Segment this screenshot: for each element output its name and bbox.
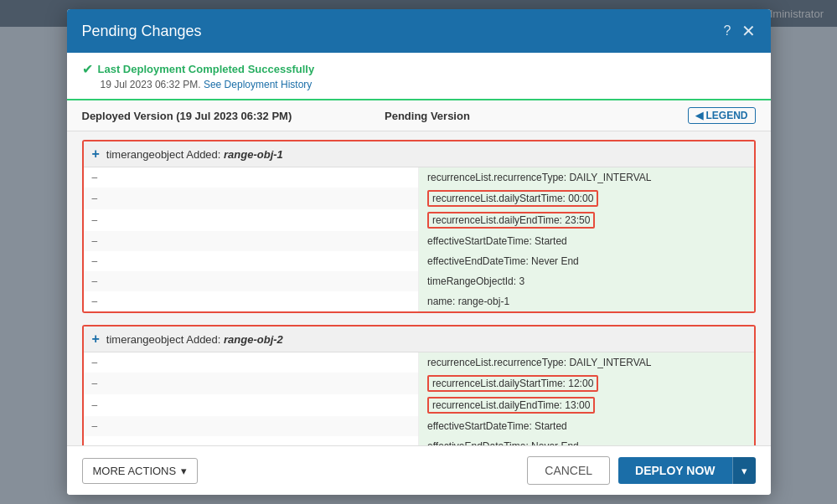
chevron-down-icon: ▾ — [181, 465, 187, 477]
deployment-banner: ✔ Last Deployment Completed Successfully… — [67, 53, 771, 100]
dialog-header-icons: ? ✕ — [724, 21, 756, 41]
success-icon: ✔ — [82, 61, 93, 77]
cell-deployed: – — [84, 231, 420, 251]
highlighted-value: recurrenceList.dailyStartTime: 12:00 — [427, 375, 598, 392]
change-block-1: +timerangeobject Added: range-obj-1–recu… — [82, 140, 756, 313]
dialog-header: Pending Changes ? ✕ — [67, 9, 771, 53]
close-icon[interactable]: ✕ — [741, 21, 756, 41]
highlighted-value: recurrenceList.dailyEndTime: 23:50 — [427, 212, 595, 229]
chevron-left-icon: ◀ — [695, 110, 703, 121]
deployment-success-row: ✔ Last Deployment Completed Successfully — [82, 61, 756, 77]
table-row: –recurrenceList.dailyEndTime: 23:50 — [84, 209, 754, 231]
highlighted-value: recurrenceList.dailyStartTime: 00:00 — [427, 190, 598, 207]
cell-pending: recurrenceList.dailyEndTime: 13:00 — [419, 394, 754, 416]
dialog: Pending Changes ? ✕ ✔ Last Deployment Co… — [67, 9, 771, 495]
deployed-col-header: Deployed Version (19 Jul 2023 06:32 PM) — [82, 110, 385, 122]
plus-icon: + — [92, 332, 100, 347]
dialog-body[interactable]: +timerangeobject Added: range-obj-1–recu… — [67, 131, 771, 445]
highlighted-value: recurrenceList.dailyEndTime: 13:00 — [427, 397, 595, 414]
cell-deployed: – — [84, 291, 420, 311]
cell-deployed: – — [84, 251, 420, 271]
deployment-date: 19 Jul 2023 06:32 PM. — [101, 79, 201, 90]
cell-pending: effectiveStartDateTime: Started — [419, 231, 754, 251]
table-row: –effectiveStartDateTime: Started — [84, 416, 754, 436]
help-icon[interactable]: ? — [724, 23, 731, 39]
dialog-footer: MORE ACTIONS ▾ CANCEL DEPLOY NOW ▾ — [67, 445, 771, 495]
deploy-now-button[interactable]: DEPLOY NOW — [618, 457, 731, 484]
change-block-header-1: +timerangeobject Added: range-obj-1 — [84, 141, 754, 167]
change-block-title-2: timerangeobject Added: range-obj-2 — [106, 333, 283, 346]
table-header-row: Deployed Version (19 Jul 2023 06:32 PM) … — [67, 100, 771, 131]
change-block-2: +timerangeobject Added: range-obj-2–recu… — [82, 325, 756, 445]
table-row: –recurrenceList.recurrenceType: DAILY_IN… — [84, 352, 754, 373]
table-row: –recurrenceList.dailyStartTime: 00:00 — [84, 188, 754, 209]
cell-pending: recurrenceList.recurrenceType: DAILY_INT… — [419, 352, 754, 373]
table-row: –effectiveEndDateTime: Never End — [84, 436, 754, 445]
cell-pending: effectiveEndDateTime: Never End — [419, 436, 754, 445]
see-deployment-history-link[interactable]: See Deployment History — [204, 79, 312, 90]
cell-pending: recurrenceList.dailyStartTime: 00:00 — [419, 188, 754, 209]
table-row: –name: range-obj-1 — [84, 291, 754, 311]
cell-deployed: – — [84, 373, 420, 394]
deploy-dropdown-button[interactable]: ▾ — [732, 457, 756, 484]
cell-deployed: – — [84, 436, 420, 445]
cancel-button[interactable]: CANCEL — [527, 456, 610, 485]
cell-deployed: – — [84, 271, 420, 291]
table-row: –recurrenceList.dailyStartTime: 12:00 — [84, 373, 754, 394]
cell-deployed: – — [84, 416, 420, 436]
cell-pending: effectiveStartDateTime: Started — [419, 416, 754, 436]
cell-deployed: – — [84, 394, 420, 416]
deploy-btn-group: DEPLOY NOW ▾ — [618, 457, 755, 484]
table-row: –timeRangeObjectId: 3 — [84, 271, 754, 291]
cell-deployed: – — [84, 188, 420, 209]
pending-col-header: Pending Version — [385, 110, 688, 122]
change-rows-2: –recurrenceList.recurrenceType: DAILY_IN… — [84, 352, 754, 445]
deployment-success-text: Last Deployment Completed Successfully — [98, 63, 315, 75]
cell-deployed: – — [84, 352, 420, 373]
table-row: –effectiveStartDateTime: Started — [84, 231, 754, 251]
table-row: –recurrenceList.recurrenceType: DAILY_IN… — [84, 167, 754, 188]
cell-deployed: – — [84, 167, 420, 188]
change-block-title-1: timerangeobject Added: range-obj-1 — [106, 148, 283, 161]
legend-button[interactable]: ◀ LEGEND — [688, 107, 756, 124]
more-actions-label: MORE ACTIONS — [93, 465, 177, 477]
table-row: –effectiveEndDateTime: Never End — [84, 251, 754, 271]
more-actions-button[interactable]: MORE ACTIONS ▾ — [82, 458, 199, 484]
table-row: –recurrenceList.dailyEndTime: 13:00 — [84, 394, 754, 416]
cell-pending: timeRangeObjectId: 3 — [419, 271, 754, 291]
change-block-header-2: +timerangeobject Added: range-obj-2 — [84, 327, 754, 352]
change-rows-1: –recurrenceList.recurrenceType: DAILY_IN… — [84, 167, 754, 311]
cell-pending: effectiveEndDateTime: Never End — [419, 251, 754, 271]
dialog-title: Pending Changes — [82, 23, 202, 40]
cell-pending: recurrenceList.dailyEndTime: 23:50 — [419, 209, 754, 231]
cell-pending: recurrenceList.recurrenceType: DAILY_INT… — [419, 167, 754, 188]
footer-right: CANCEL DEPLOY NOW ▾ — [527, 456, 755, 485]
overlay: Pending Changes ? ✕ ✔ Last Deployment Co… — [0, 0, 837, 504]
cell-pending: name: range-obj-1 — [419, 291, 754, 311]
legend-label: LEGEND — [706, 110, 748, 121]
deployment-sub: 19 Jul 2023 06:32 PM. See Deployment His… — [82, 79, 756, 90]
cell-pending: recurrenceList.dailyStartTime: 12:00 — [419, 373, 754, 394]
plus-icon: + — [92, 147, 100, 162]
cell-deployed: – — [84, 209, 420, 231]
